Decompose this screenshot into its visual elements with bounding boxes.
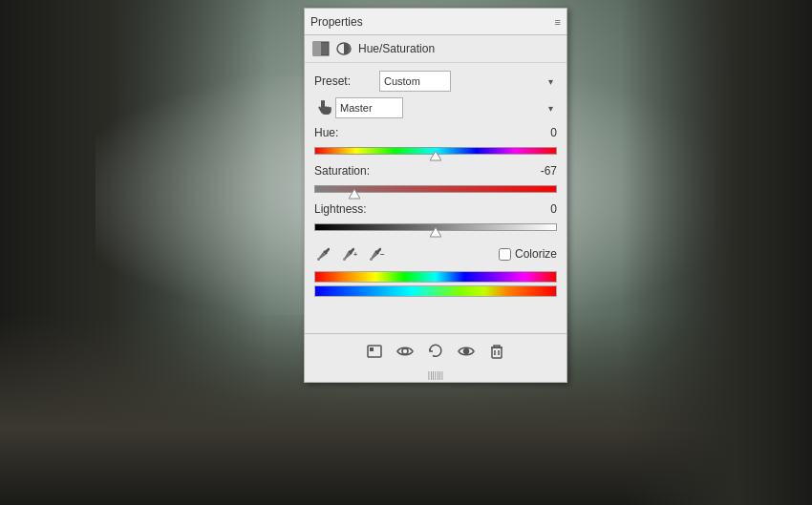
hue-label: Hue: xyxy=(314,126,338,139)
hue-color-bar-bottom xyxy=(314,285,557,297)
properties-panel: Properties ≡ Hue/Saturation Preset: Cust… xyxy=(304,8,567,383)
eyedropper-remove-button[interactable]: − xyxy=(368,244,387,263)
panel-toolbar xyxy=(305,333,566,368)
panel-header: Hue/Saturation xyxy=(305,35,566,63)
lightness-label: Lightness: xyxy=(314,202,367,216)
preset-row: Preset: Custom Default Cyanotype Sepia xyxy=(314,71,557,92)
preset-select-wrapper: Custom Default Cyanotype Sepia xyxy=(379,71,557,92)
channel-select[interactable]: Master Reds Yellows Greens Cyans Blues M… xyxy=(335,97,403,118)
lightness-thumb[interactable] xyxy=(430,227,441,239)
eyedropper-button[interactable] xyxy=(314,244,333,263)
svg-marker-5 xyxy=(430,227,441,237)
hue-value: 0 xyxy=(528,126,557,139)
panel-spacer xyxy=(305,305,566,333)
colorize-text: Colorize xyxy=(515,247,557,261)
visibility-button[interactable] xyxy=(394,340,417,363)
color-bars xyxy=(314,271,557,297)
panel-header-title: Hue/Saturation xyxy=(358,42,435,55)
mask-button[interactable] xyxy=(363,340,386,363)
hand-tool-icon[interactable] xyxy=(314,97,335,118)
adjustment-layer-icon xyxy=(312,41,330,56)
svg-rect-12 xyxy=(370,347,374,351)
svg-rect-15 xyxy=(492,347,502,358)
channel-row: Master Reds Yellows Greens Cyans Blues M… xyxy=(314,97,557,118)
reset-button[interactable] xyxy=(424,340,447,363)
svg-marker-3 xyxy=(430,151,441,160)
svg-point-6 xyxy=(317,258,320,261)
saturation-header: Saturation: -67 xyxy=(314,164,557,178)
saturation-section: Saturation: -67 xyxy=(314,164,557,199)
saturation-slider-wrapper[interactable] xyxy=(314,179,557,199)
hue-header: Hue: 0 xyxy=(314,126,557,139)
svg-point-14 xyxy=(464,349,469,354)
hue-color-bar-top xyxy=(314,271,557,283)
hue-slider-wrapper[interactable] xyxy=(314,141,557,160)
svg-text:+: + xyxy=(353,251,357,258)
svg-point-7 xyxy=(343,258,346,261)
lightness-slider-wrapper[interactable] xyxy=(314,218,557,237)
svg-point-13 xyxy=(402,348,408,354)
preset-select[interactable]: Custom Default Cyanotype Sepia xyxy=(379,71,451,92)
svg-point-9 xyxy=(370,258,373,261)
colorize-checkbox[interactable] xyxy=(499,248,511,261)
panel-body: Preset: Custom Default Cyanotype Sepia xyxy=(305,63,566,305)
panel-title: Properties xyxy=(310,15,363,29)
hue-thumb[interactable] xyxy=(430,151,441,162)
panel-title-icons: ≡ xyxy=(555,16,561,28)
hue-section: Hue: 0 xyxy=(314,126,557,160)
panel-titlebar: Properties ≡ xyxy=(305,9,566,35)
lightness-section: Lightness: 0 xyxy=(314,202,557,237)
preset-label: Preset: xyxy=(314,74,379,88)
saturation-value: -67 xyxy=(528,164,557,178)
colorize-row: + − Colorize xyxy=(314,244,557,263)
colorize-label[interactable]: Colorize xyxy=(499,247,557,261)
saturation-thumb[interactable] xyxy=(349,189,360,200)
delete-button[interactable] xyxy=(485,340,508,363)
preview-button[interactable] xyxy=(455,340,478,363)
panel-menu-icon[interactable]: ≡ xyxy=(555,16,561,28)
circle-half-icon xyxy=(335,41,353,56)
scroll-indicator: ||||||| xyxy=(305,368,566,382)
svg-text:−: − xyxy=(380,250,385,259)
svg-rect-1 xyxy=(313,42,321,55)
lightness-header: Lightness: 0 xyxy=(314,202,557,216)
eyedropper-add-button[interactable]: + xyxy=(341,244,360,263)
saturation-label: Saturation: xyxy=(314,164,370,178)
svg-marker-4 xyxy=(349,189,360,199)
channel-select-wrapper: Master Reds Yellows Greens Cyans Blues M… xyxy=(335,97,557,118)
lightness-value: 0 xyxy=(528,202,557,216)
